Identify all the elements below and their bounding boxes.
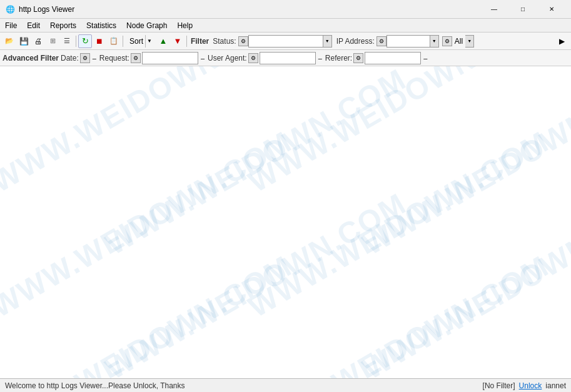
status-input[interactable] xyxy=(248,35,323,48)
window-title: http Logs Viewer xyxy=(19,5,480,14)
stop-icon: ⏹ xyxy=(96,37,103,46)
date-label: Date: xyxy=(61,54,79,63)
menu-reports[interactable]: Reports xyxy=(45,19,81,33)
referer-icon-btn[interactable]: ⚙ xyxy=(353,53,363,63)
sort-up-icon: ▲ xyxy=(159,36,168,46)
request-filter-section: Request: ⚙ – xyxy=(99,52,206,64)
close-button[interactable]: ✕ xyxy=(537,0,566,19)
sort-down-button[interactable]: ▼ xyxy=(171,34,184,48)
status-bar: Welcome to http Logs Viewer...Please Unl… xyxy=(0,378,571,392)
nav-right-icon: ▶ xyxy=(559,37,565,46)
ip-dropdown-wrapper: ⚙ ▼ xyxy=(376,35,439,48)
filter-list-button[interactable]: ☰ xyxy=(60,34,74,48)
window-controls: — □ ✕ xyxy=(480,0,566,19)
ip-input[interactable] xyxy=(387,35,430,48)
all-label: All xyxy=(452,37,465,46)
sort-down-icon: ▼ xyxy=(174,36,182,46)
print-button[interactable]: 🖨 xyxy=(31,34,45,48)
advanced-filter-bar: Advanced Filter Date: ⚙ – Request: ⚙ – U… xyxy=(0,50,571,66)
request-dash: – xyxy=(200,54,206,62)
open-icon: 📂 xyxy=(5,37,14,45)
sort-dropdown[interactable]: Sort ▼ xyxy=(125,34,156,48)
useragent-dash: – xyxy=(317,54,323,62)
nav-right-button[interactable]: ▶ xyxy=(555,34,568,48)
toggle-button[interactable]: ⊞ xyxy=(46,34,59,48)
ip-dropdown-btn[interactable]: ▼ xyxy=(430,35,439,48)
date-icon-btn[interactable]: ⚙ xyxy=(80,53,90,63)
advanced-filter-label: Advanced Filter xyxy=(3,54,59,63)
request-icon-btn[interactable]: ⚙ xyxy=(131,53,141,63)
sort-label: Sort xyxy=(128,37,145,46)
referer-label: Referer: xyxy=(325,54,352,63)
referer-dash: – xyxy=(422,54,428,62)
minimize-button[interactable]: — xyxy=(480,0,508,19)
print-icon: 🖨 xyxy=(34,37,42,46)
save-button[interactable]: 💾 xyxy=(17,34,31,48)
useragent-icon-btn[interactable]: ⚙ xyxy=(248,53,258,63)
main-toolbar: 📂 💾 🖨 ⊞ ☰ ↻ ⏹ 📋 Sort ▼ ▲ ▼ Filter S xyxy=(0,33,571,50)
useragent-label: User Agent: xyxy=(208,54,247,63)
menu-statistics[interactable]: Statistics xyxy=(81,19,121,33)
maximize-button[interactable]: □ xyxy=(508,0,537,19)
menu-file[interactable]: File xyxy=(0,19,22,33)
menu-help[interactable]: Help xyxy=(172,19,198,33)
separator-1 xyxy=(76,36,76,47)
status-icon-btn[interactable]: ⚙ xyxy=(238,36,248,46)
status-label: Status: xyxy=(211,37,237,46)
main-content: WWW.WEIDOWN.COM WWW.WEIDOWN.COM WWW.WEID… xyxy=(0,66,571,378)
useragent-filter-section: User Agent: ⚙ – xyxy=(208,52,323,64)
request-label: Request: xyxy=(99,54,129,63)
export-button[interactable]: 📋 xyxy=(107,34,121,48)
status-dropdown-wrapper: ⚙ ▼ xyxy=(238,35,332,48)
request-input[interactable] xyxy=(142,52,198,64)
separator-3 xyxy=(186,36,187,47)
all-icon-btn[interactable]: ⚙ xyxy=(442,36,452,46)
title-bar: 🌐 http Logs Viewer — □ ✕ xyxy=(0,0,571,19)
no-filter-text: [No Filter] xyxy=(483,381,515,390)
ip-icon-btn[interactable]: ⚙ xyxy=(376,36,387,46)
app-icon: 🌐 xyxy=(5,4,15,14)
open-button[interactable]: 📂 xyxy=(3,34,16,48)
date-dash: – xyxy=(91,54,98,62)
toggle-icon: ⊞ xyxy=(50,37,56,45)
save-icon: 💾 xyxy=(19,37,29,46)
all-dropdown-btn[interactable]: ▼ xyxy=(465,35,474,48)
refresh-icon: ↻ xyxy=(82,36,89,46)
referer-input[interactable] xyxy=(365,52,421,64)
refresh-button[interactable]: ↻ xyxy=(78,34,92,48)
menu-edit[interactable]: Edit xyxy=(22,19,45,33)
useragent-input[interactable] xyxy=(260,52,316,64)
ip-address-label: IP Address: xyxy=(335,37,376,46)
stop-button[interactable]: ⏹ xyxy=(93,34,106,48)
status-right: [No Filter] Unlock iannet xyxy=(483,381,566,390)
username-text: iannet xyxy=(545,381,566,390)
sort-up-button[interactable]: ▲ xyxy=(156,34,170,48)
menu-node-graph[interactable]: Node Graph xyxy=(121,19,172,33)
unlock-link[interactable]: Unlock xyxy=(519,381,542,390)
filter-label: Filter xyxy=(189,37,211,46)
status-dropdown-btn[interactable]: ▼ xyxy=(323,35,332,48)
all-dropdown-wrapper: ⚙ All ▼ xyxy=(442,35,474,48)
referer-filter-section: Referer: ⚙ – xyxy=(325,52,428,64)
sort-arrow-icon: ▼ xyxy=(145,35,153,48)
separator-2 xyxy=(123,36,123,47)
menu-bar: File Edit Reports Statistics Node Graph … xyxy=(0,19,571,33)
export-icon: 📋 xyxy=(109,37,118,45)
welcome-text: Welcome to http Logs Viewer...Please Unl… xyxy=(5,381,483,390)
watermark: WWW.WEIDOWN.COM WWW.WEIDOWN.COM WWW.WEID… xyxy=(0,66,571,378)
filter-list-icon: ☰ xyxy=(64,37,70,45)
date-filter-section: Date: ⚙ – xyxy=(61,53,98,63)
